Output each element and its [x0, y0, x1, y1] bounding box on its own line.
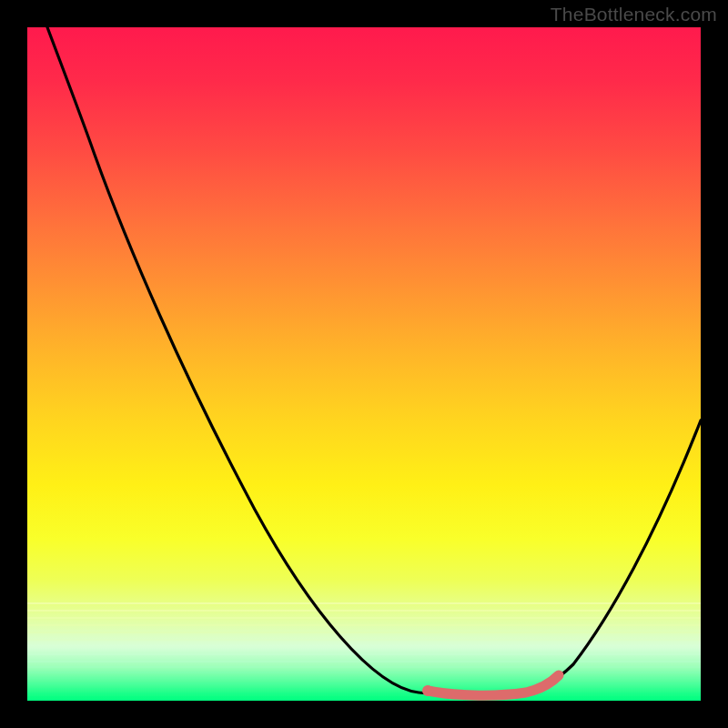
plot-area	[27, 27, 701, 701]
bottleneck-curve	[47, 27, 701, 695]
chart-frame: TheBottleneck.com	[0, 0, 728, 728]
optimal-range-start-dot	[422, 685, 433, 696]
optimal-range-marker	[428, 675, 559, 695]
curve-layer	[27, 27, 701, 701]
watermark-text: TheBottleneck.com	[551, 4, 717, 25]
